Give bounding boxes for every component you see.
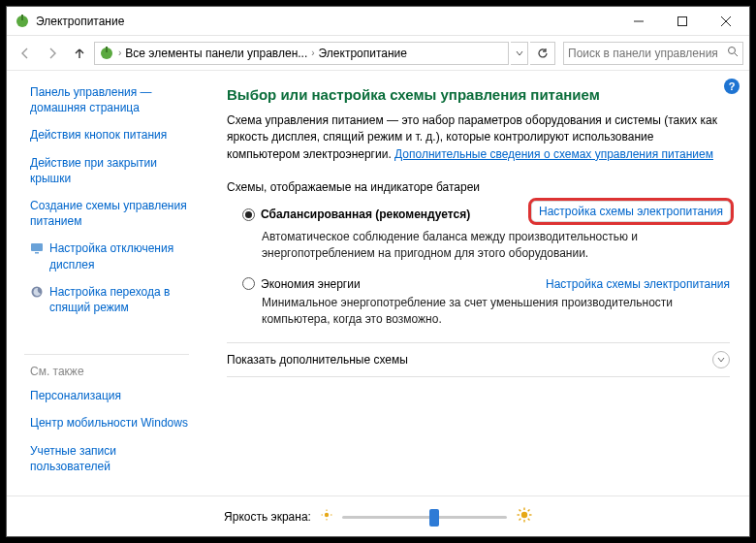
show-more-plans[interactable]: Показать дополнительные схемы <box>227 342 730 377</box>
plan-powersaver-configure-link[interactable]: Настройка схемы электропитания <box>546 277 730 291</box>
plan-balanced-configure-link[interactable]: Настройка схемы электропитания <box>528 198 734 225</box>
nav-back-button[interactable] <box>13 41 38 66</box>
close-button[interactable] <box>704 8 747 35</box>
sun-dim-icon <box>321 509 332 524</box>
see-also-personalization[interactable]: Персонализация <box>30 388 200 403</box>
chevron-right-icon: › <box>311 48 314 58</box>
page-heading: Выбор или настройка схемы управления пит… <box>227 86 730 103</box>
window-title: Электропитание <box>36 15 124 28</box>
plan-powersaver-desc: Минимальное энергопотребление за счет ум… <box>262 295 730 328</box>
divider <box>24 354 189 355</box>
app-icon <box>15 14 30 29</box>
svg-point-18 <box>521 512 527 518</box>
sidebar: Панель управления — домашняя страница Де… <box>7 71 205 495</box>
breadcrumb-dropdown-button[interactable] <box>511 42 528 65</box>
radio-icon <box>242 208 255 221</box>
nav-forward-button[interactable] <box>40 41 65 66</box>
svg-line-26 <box>528 510 530 512</box>
page-description: Схема управления питанием — это набор па… <box>227 112 730 163</box>
show-more-label: Показать дополнительные схемы <box>227 353 408 367</box>
sidebar-link-display-off[interactable]: Настройка отключения дисплея <box>49 240 200 272</box>
see-also-mobility-center[interactable]: Центр мобильности Windows <box>30 415 200 431</box>
search-input[interactable] <box>568 47 721 60</box>
breadcrumb[interactable]: › Все элементы панели управлен... › Элек… <box>94 42 509 65</box>
refresh-button[interactable] <box>530 42 555 65</box>
brightness-label: Яркость экрана: <box>224 510 311 524</box>
plan-powersaver-radio[interactable]: Экономия энергии <box>242 277 532 291</box>
main-content: ? Выбор или настройка схемы управления п… <box>205 71 749 495</box>
chevron-right-icon: › <box>118 48 121 58</box>
sidebar-link-lid-close[interactable]: Действие при закрытии крышки <box>30 155 200 186</box>
display-off-icon <box>30 241 44 255</box>
breadcrumb-segment[interactable]: Электропитание <box>319 47 407 60</box>
radio-icon <box>242 277 255 290</box>
svg-point-8 <box>729 48 736 54</box>
footer: Яркость экрана: <box>7 495 749 536</box>
learn-more-link[interactable]: Дополнительные сведения о схемах управле… <box>394 147 713 161</box>
brightness-slider[interactable] <box>342 507 507 527</box>
minimize-button[interactable] <box>616 8 660 35</box>
breadcrumb-segment[interactable]: Все элементы панели управлен... <box>125 47 307 60</box>
svg-rect-10 <box>31 243 43 251</box>
breadcrumb-icon <box>99 46 114 61</box>
see-also-user-accounts[interactable]: Учетные записи пользователей <box>30 443 200 474</box>
plan-powersaver-name: Экономия энергии <box>261 277 361 291</box>
svg-line-23 <box>519 510 520 512</box>
plan-balanced-radio[interactable]: Сбалансированная (рекомендуется) <box>242 204 515 225</box>
svg-rect-7 <box>106 47 108 52</box>
plans-section-header: Схемы, отображаемые на индикаторе батаре… <box>227 180 730 194</box>
sidebar-link-create-plan[interactable]: Создание схемы управления питанием <box>30 198 200 229</box>
slider-thumb[interactable] <box>429 509 439 527</box>
see-also-header: См. также <box>30 365 200 378</box>
sun-bright-icon <box>517 507 532 526</box>
sidebar-link-power-buttons[interactable]: Действия кнопок питания <box>30 127 200 143</box>
plan-balanced: Сбалансированная (рекомендуется) Настрой… <box>242 204 730 225</box>
sidebar-link-sleep[interactable]: Настройка перехода в спящий режим <box>49 284 200 315</box>
chevron-down-icon <box>712 351 730 368</box>
plan-balanced-desc: Автоматическое соблюдение баланса между … <box>262 229 730 262</box>
svg-rect-1 <box>21 15 23 20</box>
address-bar: › Все элементы панели управлен... › Элек… <box>7 36 749 71</box>
plan-balanced-name: Сбалансированная (рекомендуется) <box>261 208 470 221</box>
svg-point-13 <box>325 513 329 517</box>
sleep-icon <box>30 285 44 299</box>
svg-line-9 <box>735 53 738 56</box>
maximize-button[interactable] <box>660 8 704 35</box>
plan-powersaver: Экономия энергии Настройка схемы электро… <box>242 277 730 291</box>
help-icon[interactable]: ? <box>724 79 740 94</box>
power-options-window: Электропитание › Все элементы панели упр… <box>6 6 750 537</box>
sidebar-home-link[interactable]: Панель управления — домашняя страница <box>30 84 200 115</box>
titlebar: Электропитание <box>7 7 749 36</box>
svg-line-24 <box>528 519 530 521</box>
nav-up-button[interactable] <box>67 41 92 66</box>
svg-rect-11 <box>35 252 39 254</box>
search-box[interactable] <box>563 42 743 65</box>
svg-line-25 <box>519 519 520 521</box>
search-icon <box>727 46 739 60</box>
svg-rect-3 <box>677 16 686 25</box>
